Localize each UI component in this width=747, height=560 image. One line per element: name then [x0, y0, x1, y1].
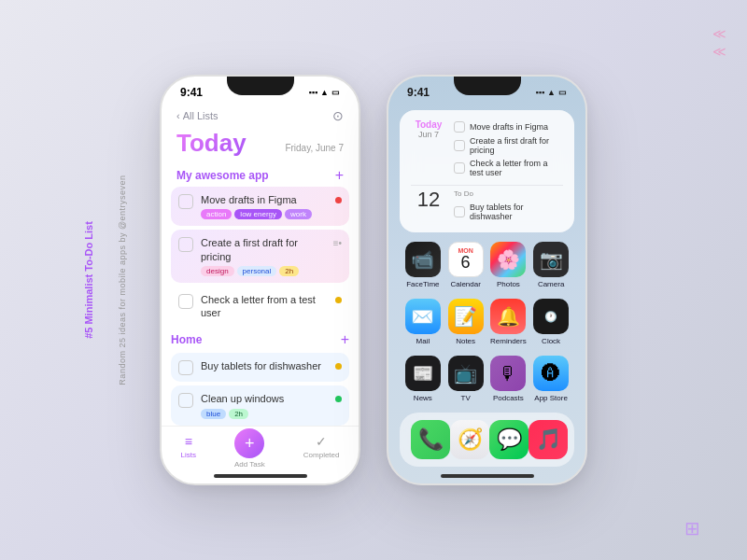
tab-lists[interactable]: ≡ Lists: [181, 434, 196, 469]
status-icons-right: ▪▪▪ ▲ ▭: [536, 88, 568, 97]
app-label: App Store: [534, 394, 568, 402]
wifi-icon: ▲: [320, 88, 329, 97]
app-label: Notes: [456, 337, 475, 345]
task-checkbox[interactable]: [178, 360, 193, 375]
dock-app-messages[interactable]: 💬: [489, 420, 529, 459]
tag-personal: personal: [237, 266, 277, 276]
dock: 📞 🧭 💬 🎵: [400, 413, 574, 467]
app-label: Podcasts: [493, 394, 524, 402]
task-text-area: Buy tablets for dishwasher: [201, 359, 328, 372]
dock-messages-icon: 💬: [489, 420, 529, 459]
appstore-icon: 🅐: [533, 356, 569, 391]
widget-folder-label: To Do: [454, 189, 563, 198]
add-icon: +: [245, 435, 255, 452]
task-item[interactable]: Create a first draft for pricing design …: [171, 230, 349, 283]
app-item-mail[interactable]: ✉️ Mail: [403, 299, 443, 348]
app-label: Camera: [538, 280, 564, 288]
brand-mark: ⊞: [684, 517, 700, 539]
app-item-calendar[interactable]: MON 6 Calendar: [446, 242, 486, 291]
task-text: Create a first draft for pricing: [201, 236, 326, 263]
clock-icon: 🕐: [533, 299, 569, 334]
widget-task-text: Buy tablets for dishwasher: [470, 203, 563, 221]
home-indicator-right: [441, 474, 534, 478]
todo-title-row: Today Friday, June 7: [176, 129, 344, 158]
task-checkbox[interactable]: [178, 393, 193, 408]
battery-icon-r: ▭: [558, 88, 567, 97]
task-text-area: Move drafts in Figma action low energy w…: [201, 193, 328, 219]
wifi-icon-r: ▲: [547, 88, 556, 97]
dock-app-phone[interactable]: 📞: [411, 420, 450, 459]
back-label: All Lists: [183, 110, 218, 121]
widget-checkbox[interactable]: [454, 162, 465, 174]
tv-icon: 📺: [448, 356, 484, 391]
task-text: Clean up windows: [201, 392, 328, 405]
widget-checkbox[interactable]: [454, 121, 465, 133]
task-item[interactable]: Buy tablets for dishwasher: [171, 353, 349, 382]
tasks-list: Move drafts in Figma action low energy w…: [162, 187, 359, 426]
tab-completed[interactable]: ✓ Completed: [303, 434, 340, 469]
task-checkbox[interactable]: [178, 194, 193, 209]
widget-folder-tasks: To Do Buy tablets for dishwasher: [454, 189, 563, 223]
todo-content: ‹ All Lists ⊙ Today Friday, June 7 My aw…: [162, 103, 359, 474]
widget-task-item: Check a letter from a test user: [454, 157, 563, 179]
calendar-icon: MON 6: [448, 242, 484, 277]
app-item-clock[interactable]: 🕐 Clock: [531, 299, 571, 348]
settings-icon[interactable]: ⊙: [332, 108, 344, 123]
mail-icon: ✉️: [405, 299, 441, 334]
widget-checkbox[interactable]: [454, 206, 465, 217]
todo-header: ‹ All Lists ⊙ Today Friday, June 7: [162, 103, 359, 161]
tab-bar: ≡ Lists + Add Task ✓ Completed: [162, 426, 359, 474]
tab-completed-label: Completed: [303, 451, 340, 459]
task-item[interactable]: Clean up windows blue 2h: [171, 385, 349, 425]
todo-date: Friday, June 7: [285, 143, 344, 153]
app-item-photos[interactable]: 🌸 Photos: [489, 242, 529, 291]
todo-title: Today: [176, 129, 247, 158]
app-item-news[interactable]: 📰 News: [403, 356, 443, 405]
app-item-tv[interactable]: 📺 TV: [446, 356, 486, 405]
app-label: TV: [461, 394, 471, 402]
lists-icon: ≡: [185, 434, 192, 449]
widget-task-item: Create a first draft for pricing: [454, 134, 563, 157]
back-button[interactable]: ‹ All Lists: [176, 110, 218, 121]
widget-date-col: Today Jun 7: [411, 119, 446, 139]
widget-task-item: Buy tablets for dishwasher: [454, 201, 563, 223]
tab-add-task[interactable]: + Add Task: [234, 434, 265, 469]
app-item-notes[interactable]: 📝 Notes: [446, 299, 486, 348]
bg-title: #5 Minimalist To-Do List: [83, 221, 94, 339]
status-icons-left: ▪▪▪ ▲ ▭: [309, 88, 341, 97]
status-time-right: 9:41: [407, 86, 430, 99]
widget-checkbox[interactable]: [454, 140, 465, 151]
reminders-icon: 🔔: [490, 299, 526, 334]
news-icon: 📰: [405, 356, 441, 391]
task-item[interactable]: Move drafts in Figma action low energy w…: [171, 187, 349, 226]
arrow-icon-1: ≪: [712, 26, 726, 42]
task-checkbox[interactable]: [178, 237, 193, 252]
widget-task-text: Move drafts in Figma: [470, 122, 548, 132]
dock-app-music[interactable]: 🎵: [529, 420, 568, 459]
task-checkbox[interactable]: [178, 294, 193, 309]
app-item-camera[interactable]: 📷 Camera: [531, 242, 571, 291]
signal-icon: ▪▪▪: [309, 88, 318, 97]
section-home-add[interactable]: +: [341, 331, 349, 348]
facetime-icon: 📹: [405, 242, 441, 277]
task-text-area: Create a first draft for pricing design …: [201, 236, 326, 276]
dock-music-icon: 🎵: [529, 420, 568, 459]
add-task-button[interactable]: +: [234, 428, 264, 458]
app-item-appstore[interactable]: 🅐 App Store: [531, 356, 571, 405]
completed-icon: ✓: [316, 434, 327, 449]
task-text: Check a letter from a test user: [201, 293, 328, 320]
todo-widget[interactable]: Today Jun 7 Move drafts in Figma Create …: [400, 110, 574, 232]
app-item-podcasts[interactable]: 🎙 Podcasts: [489, 356, 529, 405]
app-item-facetime[interactable]: 📹 FaceTime: [403, 242, 443, 291]
section-awesome-add[interactable]: +: [335, 167, 344, 184]
tab-add-label: Add Task: [234, 460, 265, 469]
section-home-header: Home +: [171, 329, 349, 349]
task-item[interactable]: Check a letter from a test user: [171, 287, 349, 327]
dock-phone-icon: 📞: [411, 420, 450, 459]
section-awesome-header: My awesome app +: [162, 161, 359, 187]
app-grid: 📹 FaceTime MON 6 Calendar 🌸 Photos 📷 Cam…: [388, 238, 585, 409]
dock-app-safari[interactable]: 🧭: [450, 420, 489, 459]
app-item-reminders[interactable]: 🔔 Reminders: [489, 299, 529, 348]
camera-icon: 📷: [533, 242, 569, 277]
app-label: Reminders: [490, 337, 527, 345]
